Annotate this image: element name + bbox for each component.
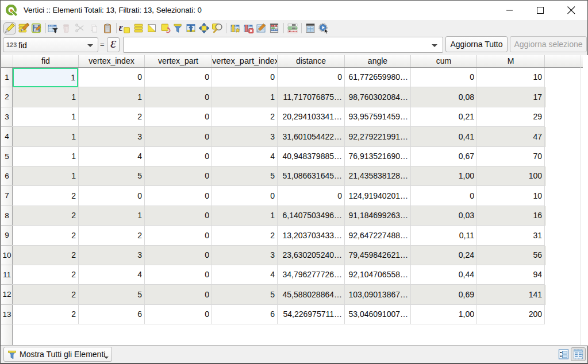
svg-text:ε: ε: [119, 22, 124, 33]
